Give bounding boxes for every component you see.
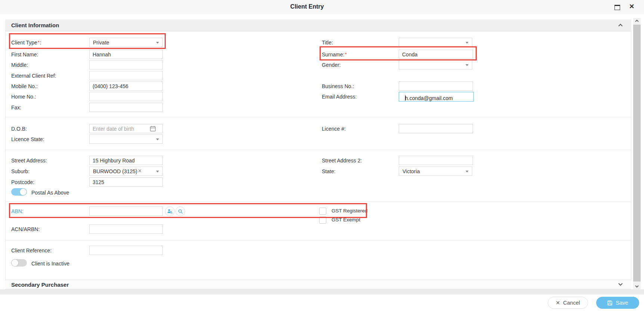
section-header-secondary-purchaser[interactable]: Secondary Purchaser <box>5 280 631 289</box>
first-name-input[interactable] <box>89 50 163 59</box>
vertical-scrollbar[interactable] <box>633 18 641 289</box>
gst-registered-checkbox[interactable] <box>319 208 326 215</box>
external-client-ref-label: External Client Ref: <box>11 73 56 79</box>
fax-label: Fax: <box>11 105 21 111</box>
required-asterisk: * <box>345 52 347 57</box>
text-cursor <box>405 95 405 101</box>
divider <box>6 202 631 202</box>
business-no-input[interactable] <box>399 81 473 91</box>
suburb-combobox[interactable]: BURWOOD (3125) ✕ <box>89 167 163 176</box>
postal-as-above-toggle[interactable] <box>11 188 27 196</box>
acn-arbn-input[interactable] <box>89 224 163 234</box>
external-client-ref-input[interactable] <box>89 71 163 80</box>
licence-number-label: Licence #: <box>322 126 346 132</box>
client-is-inactive-toggle[interactable] <box>11 259 27 267</box>
maximize-icon[interactable] <box>615 5 620 10</box>
chevron-up-icon[interactable] <box>618 23 623 27</box>
section-title: Secondary Purchaser <box>11 282 69 288</box>
home-no-label: Home No.: <box>11 94 36 100</box>
search-icon <box>178 209 183 214</box>
client-is-inactive-label: Client is Inactive <box>31 261 69 267</box>
middle-name-input[interactable] <box>89 60 163 69</box>
surname-input[interactable] <box>399 50 473 59</box>
cancel-button[interactable]: ✕ Cancel <box>548 297 588 309</box>
footer-divider-band <box>0 289 644 295</box>
postal-as-above-label: Postal As Above <box>31 190 69 196</box>
required-asterisk: * <box>38 40 40 45</box>
gst-exempt-checkbox[interactable] <box>319 217 326 224</box>
street-address-2-label: Street Address 2: <box>322 158 362 164</box>
email-address-input[interactable]: h.conda@gmail.com <box>399 92 474 102</box>
gender-label: Gender: <box>322 62 341 68</box>
chevron-down-icon <box>466 64 469 66</box>
gender-select[interactable] <box>399 60 472 69</box>
divider <box>6 240 631 240</box>
mobile-no-input[interactable] <box>89 81 163 91</box>
state-label: State: <box>322 168 336 174</box>
client-reference-input[interactable] <box>89 246 163 255</box>
chevron-down-icon <box>466 171 469 172</box>
home-no-input[interactable] <box>89 92 163 101</box>
scroll-up-icon[interactable] <box>634 19 640 23</box>
fax-input[interactable] <box>89 103 163 112</box>
divider <box>6 150 631 150</box>
street-address-label: Street Address: <box>11 158 47 164</box>
gst-exempt-label: GST Exempt <box>332 217 360 223</box>
state-select[interactable]: Victoria <box>399 167 472 176</box>
gst-registered-label: GST Registered <box>332 208 368 214</box>
section-title: Client Information <box>11 22 59 28</box>
section-header-client-information[interactable]: Client Information <box>5 19 631 31</box>
chevron-down-icon[interactable] <box>618 283 623 286</box>
client-type-select[interactable]: Private <box>89 38 163 47</box>
save-disk-icon <box>607 300 613 306</box>
clear-icon[interactable]: ✕ <box>138 168 142 174</box>
chevron-down-icon <box>156 42 159 44</box>
close-icon[interactable]: ✕ <box>629 3 634 10</box>
client-reference-label: Client Reference: <box>11 248 52 254</box>
chevron-down-icon <box>156 171 159 172</box>
abn-label[interactable]: ABN: <box>11 208 24 214</box>
first-name-label: First Name: <box>11 52 38 57</box>
suburb-label: Suburb: <box>11 168 29 174</box>
licence-state-select[interactable] <box>89 134 163 144</box>
dob-label: D.O.B: <box>11 126 27 132</box>
chevron-down-icon <box>156 139 159 140</box>
postcode-label: Postcode: <box>11 179 34 185</box>
chevron-down-icon <box>466 42 469 44</box>
client-type-label: Client Type*: <box>11 40 41 46</box>
save-button[interactable]: Save <box>596 297 639 309</box>
abn-contact-lookup-button[interactable] <box>165 206 175 216</box>
titlebar: Client Entry ✕ <box>0 0 644 14</box>
toggle-knob <box>12 259 18 266</box>
mobile-no-label: Mobile No.: <box>11 83 38 89</box>
title-label: Title: <box>322 40 333 46</box>
title-select[interactable] <box>399 38 472 47</box>
scrollbar-thumb[interactable] <box>633 25 641 282</box>
abn-search-button[interactable] <box>175 206 185 216</box>
divider <box>6 117 631 117</box>
close-icon: ✕ <box>556 300 560 306</box>
scroll-down-icon[interactable] <box>634 284 640 288</box>
calendar-icon[interactable] <box>150 125 156 132</box>
business-no-label: Business No.: <box>322 83 354 89</box>
surname-label: Surname:* <box>322 52 347 57</box>
client-entry-dialog: Client Entry ✕ Client Information Client… <box>0 0 644 311</box>
acn-arbn-label: ACN/ARBN: <box>11 226 40 232</box>
toggle-knob <box>20 189 27 195</box>
person-search-icon <box>167 208 173 214</box>
licence-number-input[interactable] <box>399 124 473 133</box>
licence-state-label: Licence State: <box>11 136 44 142</box>
street-address-2-input[interactable] <box>399 156 473 165</box>
postcode-input[interactable] <box>89 177 163 187</box>
abn-input[interactable] <box>89 206 163 216</box>
dialog-title: Client Entry <box>0 3 614 10</box>
email-address-label: Email Address: <box>322 94 357 100</box>
street-address-input[interactable] <box>89 156 163 165</box>
middle-label: Middle: <box>11 62 28 68</box>
